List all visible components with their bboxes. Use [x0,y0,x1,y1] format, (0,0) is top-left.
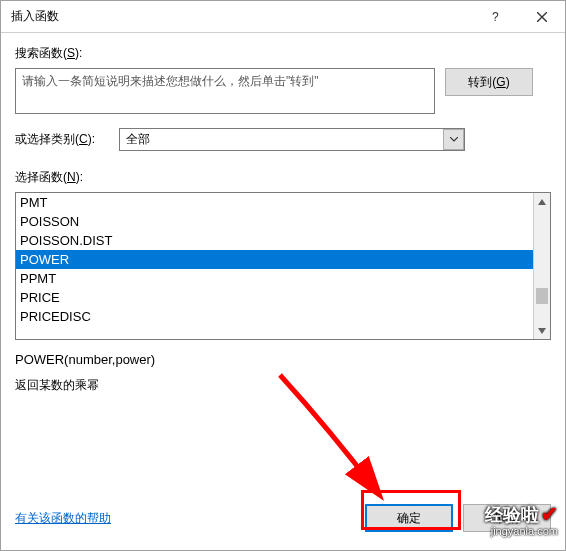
svg-text:?: ? [492,11,499,23]
ok-button[interactable]: 确定 [365,504,453,532]
search-input[interactable] [15,68,435,114]
insert-function-dialog: 插入函数 ? 搜索函数(S): 转到(G) 或选择类别(C): [0,0,566,551]
list-item[interactable]: POISSON.DIST [16,231,533,250]
category-value: 全部 [120,131,150,148]
list-item[interactable]: POWER [16,250,533,269]
help-button[interactable]: ? [473,1,519,32]
list-item[interactable]: PRICEDISC [16,307,533,326]
scroll-thumb[interactable] [536,288,548,304]
list-item[interactable]: PPMT [16,269,533,288]
function-signature: POWER(number,power) [15,352,551,367]
category-select[interactable]: 全部 [119,128,465,151]
scrollbar[interactable] [533,193,550,339]
scroll-down-icon[interactable] [534,322,550,339]
chevron-down-icon[interactable] [443,129,464,150]
dialog-title: 插入函数 [1,8,59,25]
svg-marker-3 [538,199,546,205]
scroll-up-icon[interactable] [534,193,550,210]
select-function-label: 选择函数(N): [15,169,551,186]
titlebar: 插入函数 ? [1,1,565,33]
list-item[interactable]: PMT [16,193,533,212]
dialog-footer: 有关该函数的帮助 确定 取消 [1,500,565,550]
category-label: 或选择类别(C): [15,131,111,148]
close-button[interactable] [519,1,565,32]
list-item[interactable]: POISSON [16,212,533,231]
function-description: 返回某数的乘幂 [15,377,551,394]
search-label: 搜索函数(S): [15,45,551,62]
function-listbox[interactable]: PMTPOISSONPOISSON.DISTPOWERPPMTPRICEPRIC… [15,192,551,340]
help-link[interactable]: 有关该函数的帮助 [15,510,111,527]
svg-marker-4 [538,328,546,334]
cancel-button[interactable]: 取消 [463,504,551,532]
dialog-body: 搜索函数(S): 转到(G) 或选择类别(C): 全部 选择函数(N): PMT… [1,33,565,500]
goto-button[interactable]: 转到(G) [445,68,533,96]
scroll-track[interactable] [534,210,550,322]
list-item[interactable]: PRICE [16,288,533,307]
